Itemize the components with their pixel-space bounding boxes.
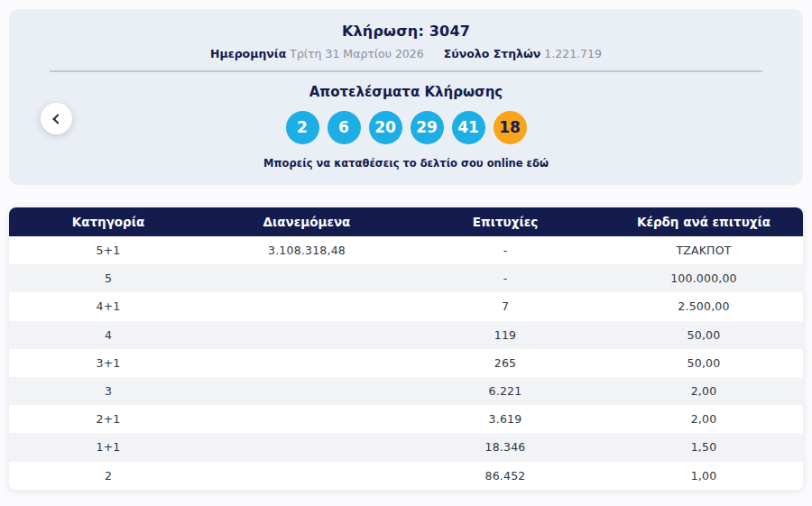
table-cell-distributed	[208, 349, 406, 377]
table-header-cell: Κέρδη ανά επιτυχία	[604, 207, 803, 236]
table-row: 1+118.3461,50	[9, 433, 803, 461]
table-cell-category: 3+1	[9, 349, 208, 377]
winning-number-ball: 2	[286, 111, 319, 144]
table-cell-prize: 100.000,00	[604, 264, 803, 292]
table-header-cell: Διανεμόμενα	[208, 207, 406, 236]
table-cell-winners: -	[406, 236, 604, 264]
table-body: 5+13.108.318,48-ΤΖΑΚΠΟΤ5-100.000,004+172…	[9, 236, 803, 490]
table-cell-winners: -	[406, 264, 604, 292]
table-cell-prize: ΤΖΑΚΠΟΤ	[604, 236, 803, 264]
table-cell-winners: 18.346	[406, 433, 604, 461]
winning-numbers: 2620294118	[9, 111, 803, 144]
table-cell-distributed	[208, 405, 406, 433]
table-cell-category: 4+1	[9, 292, 208, 320]
table-cell-category: 2+1	[9, 405, 208, 433]
table-cell-distributed	[208, 264, 406, 292]
table-cell-winners: 119	[406, 321, 604, 349]
table-cell-prize: 1,00	[604, 462, 803, 490]
divider	[50, 70, 762, 72]
table-row: 36.2212,00	[9, 377, 803, 405]
table-header-row: ΚατηγορίαΔιανεμόμεναΕπιτυχίεςΚέρδη ανά ε…	[9, 207, 803, 236]
draw-title-label: Κλήρωση:	[342, 23, 424, 40]
table-cell-prize: 2.500,00	[604, 292, 803, 320]
table-cell-category: 2	[9, 462, 208, 490]
table-cell-category: 4	[9, 321, 208, 349]
table-cell-distributed	[208, 462, 406, 490]
table-cell-category: 5+1	[9, 236, 208, 264]
total-columns-label: Σύνολο Στηλών	[444, 47, 541, 60]
table-cell-prize: 2,00	[604, 405, 803, 433]
winning-number-ball: 6	[328, 111, 361, 144]
draw-number: 3047	[429, 23, 470, 40]
winning-number-ball: 41	[452, 111, 485, 144]
table-cell-prize: 50,00	[604, 349, 803, 377]
table-cell-winners: 265	[406, 349, 604, 377]
table-cell-distributed: 3.108.318,48	[208, 236, 406, 264]
total-columns-value: 1.221.719	[544, 47, 602, 60]
table-cell-winners: 3.619	[406, 405, 604, 433]
table-cell-prize: 50,00	[604, 321, 803, 349]
table-cell-category: 1+1	[9, 433, 208, 461]
table-row: 3+126550,00	[9, 349, 803, 377]
table-cell-winners: 7	[406, 292, 604, 320]
previous-draw-button[interactable]	[41, 103, 72, 134]
table-cell-winners: 86.452	[406, 462, 604, 490]
draw-date: Ημερομηνία Τρίτη 31 Μαρτίου 2026	[210, 47, 424, 60]
draw-card: Κλήρωση: 3047 Ημερομηνία Τρίτη 31 Μαρτίο…	[9, 9, 803, 185]
table-row: 5-100.000,00	[9, 264, 803, 292]
page: Κλήρωση: 3047 Ημερομηνία Τρίτη 31 Μαρτίο…	[0, 0, 812, 506]
draw-date-value: Τρίτη 31 Μαρτίου 2026	[290, 47, 423, 60]
winning-number-ball: 20	[369, 111, 402, 144]
winning-number-ball: 29	[411, 111, 444, 144]
table-cell-prize: 1,50	[604, 433, 803, 461]
table-cell-category: 5	[9, 264, 208, 292]
table-cell-distributed	[208, 377, 406, 405]
draw-date-label: Ημερομηνία	[210, 47, 286, 60]
table-row: 2+13.6192,00	[9, 405, 803, 433]
table-cell-winners: 6.221	[406, 377, 604, 405]
table-cell-distributed	[208, 292, 406, 320]
table-cell-distributed	[208, 321, 406, 349]
chevron-left-icon	[52, 114, 62, 124]
table-cell-distributed	[208, 433, 406, 461]
table-row: 4+172.500,00	[9, 292, 803, 320]
results-title: Αποτελέσματα Κλήρωσης	[9, 84, 803, 100]
table-row: 411950,00	[9, 321, 803, 349]
table-row: 5+13.108.318,48-ΤΖΑΚΠΟΤ	[9, 236, 803, 264]
deposit-online-link[interactable]: Μπορείς να καταθέσεις το δελτίο σου onli…	[263, 157, 549, 170]
draw-title: Κλήρωση: 3047	[9, 9, 803, 40]
total-columns: Σύνολο Στηλών 1.221.719	[444, 47, 602, 60]
draw-meta: Ημερομηνία Τρίτη 31 Μαρτίου 2026 Σύνολο …	[9, 47, 803, 60]
table-header-cell: Κατηγορία	[9, 207, 208, 236]
table-header-cell: Επιτυχίες	[406, 207, 604, 236]
table-cell-category: 3	[9, 377, 208, 405]
table-row: 286.4521,00	[9, 462, 803, 490]
table-cell-prize: 2,00	[604, 377, 803, 405]
prize-table: ΚατηγορίαΔιανεμόμεναΕπιτυχίεςΚέρδη ανά ε…	[9, 207, 803, 490]
joker-number-ball: 18	[494, 111, 527, 144]
